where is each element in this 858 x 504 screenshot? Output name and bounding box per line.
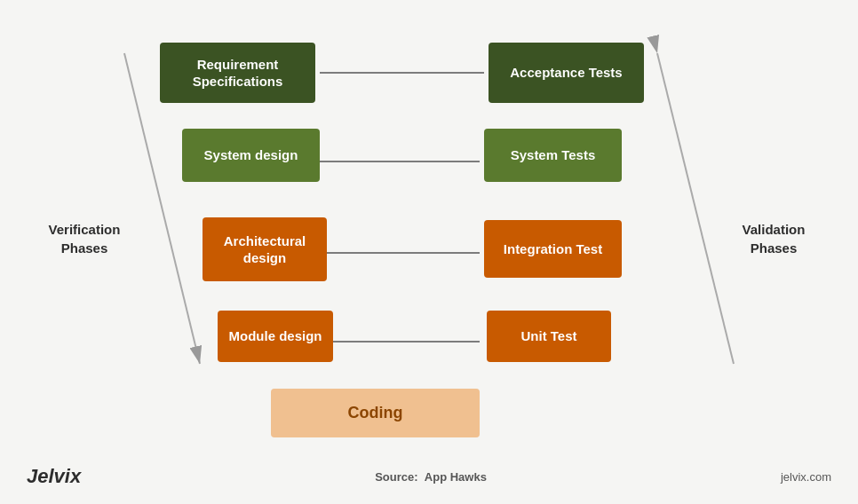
- svg-line-3: [657, 53, 734, 364]
- system-design-box: System design: [182, 129, 320, 182]
- footer-url: jelvix.com: [781, 470, 831, 484]
- source-text: Source: App Hawks: [375, 470, 487, 484]
- acceptance-box: Acceptance Tests: [489, 43, 644, 103]
- arch-design-box: Architectural design: [203, 217, 327, 281]
- diagram: Verification Phases Validation Phases Re…: [44, 27, 814, 451]
- validation-label: Validation Phases: [734, 220, 814, 257]
- unit-test-box: Unit Test: [487, 311, 611, 362]
- main-container: Verification Phases Validation Phases Re…: [0, 0, 858, 504]
- source-label: Source:: [375, 470, 417, 484]
- coding-box: Coding: [271, 389, 480, 437]
- footer: Jelvix Source: App Hawks jelvix.com: [0, 465, 858, 488]
- source-value: App Hawks: [425, 470, 487, 484]
- verification-label: Verification Phases: [44, 220, 124, 257]
- integration-test-box: Integration Test: [484, 220, 622, 278]
- requirement-box: Requirement Specifications: [160, 43, 315, 103]
- logo: Jelvix: [27, 465, 81, 488]
- system-tests-box: System Tests: [484, 129, 622, 182]
- module-design-box: Module design: [218, 311, 333, 362]
